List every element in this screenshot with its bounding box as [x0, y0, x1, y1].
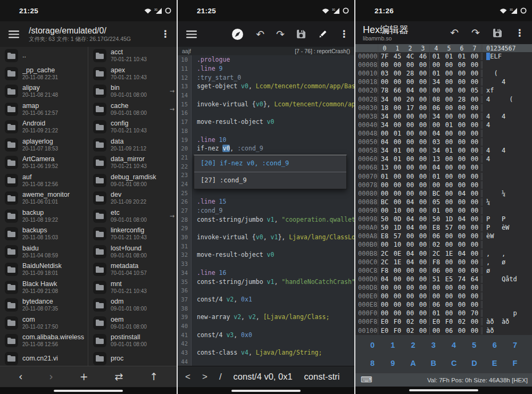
code-line[interactable]: 28const-string/jumbo v1, "cooperation.qw… — [178, 215, 354, 224]
code-area[interactable]: 10.prologue11.line 912:try_start_013sget… — [178, 55, 354, 366]
hex-byte[interactable]: 00 — [378, 292, 391, 300]
hex-byte[interactable]: 00 — [417, 267, 429, 274]
code-line[interactable]: 12:try_start_0 — [178, 73, 354, 82]
hex-byte[interactable]: 00 — [417, 181, 429, 189]
hex-byte[interactable]: 04 — [404, 87, 417, 94]
hex-byte[interactable]: 00 — [468, 181, 481, 189]
hex-byte[interactable]: 04 — [429, 130, 443, 137]
hex-byte[interactable]: 00 — [468, 78, 481, 86]
hex-byte[interactable]: 01 — [455, 53, 468, 60]
gesture-handle[interactable] — [54, 390, 123, 392]
file-row[interactable]: backup20-11-08 19:22 — [0, 207, 88, 225]
hex-byte[interactable]: 05 — [429, 198, 443, 206]
forward-button[interactable]: › — [49, 372, 53, 382]
code-line[interactable]: 40 — [178, 322, 354, 331]
file-row[interactable]: aplayerlog20-11-07 18:53 — [0, 136, 88, 154]
file-row[interactable]: _pp_cache20-11-08 22:31 — [0, 65, 88, 83]
hex-byte[interactable]: 34 — [429, 78, 443, 86]
hex-key-F[interactable]: F — [510, 359, 520, 367]
popup-item[interactable]: [20] if-nez v0, :cond_9 — [194, 155, 346, 172]
hex-byte[interactable]: 04 — [404, 224, 417, 231]
hex-byte[interactable]: 00 — [417, 190, 429, 197]
hex-key-4[interactable]: 4 — [448, 341, 459, 349]
hex-byte[interactable]: 00 — [455, 155, 468, 163]
hex-byte[interactable]: 2C — [378, 258, 391, 266]
hex-byte[interactable]: 01 — [443, 53, 455, 60]
hex-byte[interactable]: 00 — [391, 138, 404, 146]
hex-byte[interactable]: BC — [429, 190, 443, 197]
hamburger-menu-icon[interactable] — [186, 30, 197, 38]
hex-byte[interactable]: 00 — [443, 130, 455, 137]
hex-byte[interactable]: 00 — [417, 232, 429, 240]
hex-byte[interactable]: 00 — [443, 138, 455, 146]
code-line[interactable]: 18 — [178, 127, 354, 136]
hex-byte[interactable]: F0 — [391, 327, 404, 334]
hex-byte[interactable]: 34 — [429, 147, 443, 154]
hex-byte[interactable]: 34 — [378, 113, 391, 120]
hex-byte[interactable]: 01 — [391, 130, 404, 137]
hex-byte[interactable]: 00 — [404, 155, 417, 163]
hex-byte[interactable]: 28 — [455, 96, 468, 103]
hex-key-8[interactable]: 8 — [367, 359, 378, 367]
hex-byte[interactable]: 00 — [468, 284, 481, 291]
hex-byte[interactable]: 00 — [443, 309, 455, 317]
code-line[interactable]: 30invoke-virtual {v0, v1}, Ljava/lang/Cl… — [178, 233, 354, 242]
hex-byte[interactable]: 06 — [429, 232, 443, 240]
hex-byte[interactable]: 00 — [455, 78, 468, 86]
hex-byte[interactable]: 08 — [429, 96, 443, 103]
code-line[interactable]: 25 — [178, 188, 354, 197]
hex-byte[interactable]: 00 — [443, 155, 455, 163]
hex-byte[interactable]: 00 — [468, 138, 481, 146]
file-row[interactable]: data_mirror70-01-21 10:43 — [88, 154, 176, 172]
hex-byte[interactable]: 00 — [455, 327, 468, 334]
code-line[interactable]: 39new-array v2, v2, [Ljava/lang/Class; — [178, 313, 354, 322]
gesture-handle[interactable] — [409, 389, 478, 392]
hex-key-2[interactable]: 2 — [408, 341, 419, 349]
hex-byte[interactable]: 57 — [391, 232, 404, 240]
hex-byte[interactable]: 01 — [391, 155, 404, 163]
hex-byte[interactable]: 00 — [391, 96, 404, 103]
hex-byte[interactable]: 00 — [455, 87, 468, 94]
hex-byte[interactable]: 34 — [378, 121, 391, 129]
hex-byte[interactable]: 00 — [443, 78, 455, 86]
hex-key-1[interactable]: 1 — [387, 341, 398, 349]
file-row[interactable]: acct70-01-21 10:43 — [88, 47, 176, 65]
hex-byte[interactable]: 00 — [468, 155, 481, 163]
hex-byte[interactable]: 00 — [404, 181, 417, 189]
save-icon[interactable] — [493, 28, 502, 38]
file-row[interactable]: .. — [0, 47, 88, 65]
hex-byte[interactable]: 00 — [417, 113, 429, 120]
file-row[interactable]: auf20-11-08 12:56 — [0, 172, 88, 190]
file-row[interactable]: ArtCamera20-11-06 19:52 — [0, 154, 88, 172]
hex-byte[interactable]: 00 — [468, 104, 481, 112]
quickbar-item[interactable]: const-stri — [304, 372, 340, 382]
hex-byte[interactable]: 00 — [455, 232, 468, 240]
hex-byte[interactable]: 00 — [417, 138, 429, 146]
hex-byte[interactable]: E0 — [378, 327, 391, 334]
hex-byte[interactable]: 01 — [391, 147, 404, 154]
hex-byte[interactable]: BC — [378, 198, 391, 206]
hex-byte[interactable]: E0 — [378, 318, 391, 325]
hex-byte[interactable]: 00 — [404, 275, 417, 283]
hex-byte[interactable]: 78 — [378, 87, 391, 94]
hex-byte[interactable]: 03 — [378, 70, 391, 77]
hex-byte[interactable]: 04 — [404, 250, 417, 257]
code-line[interactable]: 44 — [178, 357, 354, 366]
hex-byte[interactable]: 66 — [391, 87, 404, 94]
hex-byte[interactable]: 00 — [468, 173, 481, 180]
hex-byte[interactable]: 00 — [391, 198, 404, 206]
hex-byte[interactable]: 00 — [391, 190, 404, 197]
hex-byte[interactable]: 00 — [443, 164, 455, 171]
hex-byte[interactable]: F0 — [391, 318, 404, 325]
undo-icon[interactable]: ↶ — [256, 29, 264, 39]
hex-byte[interactable]: 00 — [429, 61, 443, 69]
hex-key-C[interactable]: C — [448, 359, 459, 367]
hex-byte[interactable]: 00 — [417, 284, 429, 291]
file-row[interactable]: amap20-11-06 12:57 — [0, 100, 88, 119]
code-line[interactable]: 19.line 10 — [178, 135, 354, 144]
hex-byte[interactable]: 04 — [455, 215, 468, 223]
hex-byte[interactable]: 00 — [391, 292, 404, 300]
hex-byte[interactable]: 00 — [417, 70, 429, 77]
hex-byte[interactable]: 4C — [404, 53, 417, 60]
hex-byte[interactable]: 00 — [391, 104, 404, 112]
